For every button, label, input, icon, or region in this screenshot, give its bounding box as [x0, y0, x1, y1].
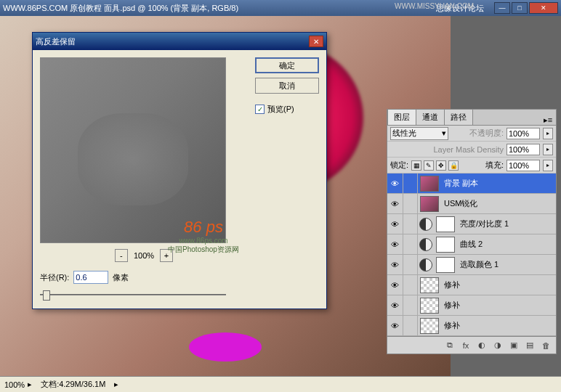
opacity-label: 不透明度:	[469, 128, 504, 139]
chevron-right-icon[interactable]: ▸	[114, 380, 118, 389]
layer-name-label[interactable]: 亮度/对比度 1	[457, 219, 556, 229]
adjustment-icon	[419, 218, 432, 231]
layer-mask-thumb[interactable]	[436, 257, 455, 273]
tab-layers[interactable]: 图层	[387, 109, 416, 125]
layer-name-label[interactable]: 背景 副本	[441, 178, 556, 189]
document-title: WWW.86PS.COM 原创教程 面具.psd @ 100% (背景 副本, …	[3, 3, 238, 14]
opacity-flyout-icon[interactable]: ▸	[543, 128, 553, 139]
layer-name-label[interactable]: 选取颜色 1	[457, 259, 556, 270]
visibility-eye-icon[interactable]: 👁	[387, 214, 403, 234]
dialog-title-text: 高反差保留	[36, 36, 76, 47]
radius-label: 半径(R):	[40, 272, 69, 283]
layer-link-cell[interactable]	[403, 234, 418, 254]
visibility-eye-icon[interactable]: 👁	[387, 275, 403, 295]
mask-density-input[interactable]: 100%	[506, 144, 540, 155]
preview-checkbox[interactable]: ✓	[255, 105, 265, 114]
layer-link-cell[interactable]	[403, 275, 418, 295]
layer-thumb[interactable]	[420, 318, 439, 334]
window-minimize-button[interactable]: —	[494, 2, 510, 14]
high-pass-dialog: 高反差保留 ✕ - 100% + 半径(R): 像素 确定 取消	[32, 32, 327, 309]
ok-button[interactable]: 确定	[255, 57, 319, 73]
layer-name-label[interactable]: 修补	[441, 300, 556, 311]
link-layers-icon[interactable]: ⧉	[444, 340, 456, 351]
panel-menu-icon[interactable]: ▸≡	[543, 115, 553, 125]
layer-style-icon[interactable]: fx	[460, 340, 472, 351]
window-maximize-button[interactable]: □	[512, 2, 528, 14]
layer-name-label[interactable]: 修补	[441, 320, 556, 331]
tab-channels[interactable]: 通道	[416, 109, 445, 125]
layer-link-cell[interactable]	[403, 194, 418, 213]
opacity-input[interactable]: 100%	[506, 128, 540, 139]
dialog-titlebar[interactable]: 高反差保留 ✕	[33, 33, 326, 50]
layer-row[interactable]: 👁修补	[387, 275, 556, 295]
layer-row[interactable]: 👁选取颜色 1	[387, 255, 556, 275]
chevron-right-icon[interactable]: ▸	[28, 380, 32, 389]
fill-label: 填充:	[485, 160, 504, 171]
layer-thumb[interactable]	[420, 277, 439, 293]
watermark-url-top: WWW.MISSYUAN.COM	[395, 2, 474, 10]
mask-density-label: Layer Mask Density	[433, 145, 504, 154]
layers-list: 👁背景 副本👁USM锐化👁亮度/对比度 1👁曲线 2👁选取颜色 1👁修补👁修补👁…	[387, 173, 556, 336]
layer-mask-thumb[interactable]	[436, 216, 455, 232]
layer-link-cell[interactable]	[403, 295, 418, 315]
lock-all-icon[interactable]: 🔒	[448, 160, 459, 171]
layer-name-label[interactable]: USM锐化	[441, 198, 556, 209]
zoom-in-button[interactable]: +	[160, 249, 173, 262]
radius-input[interactable]	[73, 271, 108, 284]
radius-unit: 像素	[113, 272, 129, 283]
tab-paths[interactable]: 路径	[444, 109, 473, 125]
layer-link-cell[interactable]	[403, 214, 418, 234]
adjustment-icon	[419, 258, 432, 271]
delete-layer-icon[interactable]: 🗑	[540, 340, 552, 351]
mask-density-flyout-icon[interactable]: ▸	[543, 144, 553, 155]
visibility-eye-icon[interactable]: 👁	[387, 255, 403, 274]
app-titlebar: WWW.86PS.COM 原创教程 面具.psd @ 100% (背景 副本, …	[0, 0, 561, 16]
status-doc-info: 文档:4.29M/36.1M	[41, 379, 105, 390]
layer-row[interactable]: 👁曲线 2	[387, 234, 556, 255]
layer-row[interactable]: 👁USM锐化	[387, 194, 556, 214]
layer-mask-thumb[interactable]	[436, 237, 455, 253]
layer-name-label[interactable]: 修补	[441, 279, 556, 290]
layer-name-label[interactable]: 曲线 2	[457, 239, 556, 250]
adjustment-icon	[419, 238, 432, 251]
layer-thumb[interactable]	[420, 298, 439, 314]
fill-input[interactable]: 100%	[506, 160, 540, 171]
chevron-down-icon: ▾	[442, 128, 446, 138]
new-layer-icon[interactable]: ▤	[524, 340, 536, 351]
lock-pixels-icon[interactable]: ✎	[424, 160, 434, 171]
status-zoom[interactable]: 100%	[4, 380, 25, 389]
layer-link-cell[interactable]	[403, 255, 418, 274]
status-bar: 100%▸ 文档:4.29M/36.1M ▸	[0, 376, 561, 392]
radius-slider[interactable]	[40, 288, 226, 301]
slider-thumb[interactable]	[43, 290, 50, 301]
filter-preview-image[interactable]	[40, 57, 226, 243]
blend-mode-select[interactable]: 线性光▾	[390, 127, 448, 140]
dialog-close-button[interactable]: ✕	[309, 36, 323, 47]
layer-row[interactable]: 👁修补	[387, 295, 556, 316]
adjustment-layer-icon[interactable]: ◑	[492, 340, 504, 351]
preview-checkbox-label: 预览(P)	[267, 104, 294, 115]
layer-row[interactable]: 👁修补	[387, 316, 556, 336]
visibility-eye-icon[interactable]: 👁	[387, 295, 403, 315]
window-close-button[interactable]: ✕	[529, 2, 558, 14]
layer-group-icon[interactable]: ▣	[508, 340, 520, 351]
layer-link-cell[interactable]	[403, 173, 418, 193]
layer-row[interactable]: 👁背景 副本	[387, 173, 556, 194]
layer-thumb[interactable]	[420, 196, 439, 212]
zoom-level: 100%	[134, 251, 154, 260]
visibility-eye-icon[interactable]: 👁	[387, 173, 403, 193]
layer-row[interactable]: 👁亮度/对比度 1	[387, 214, 556, 234]
layer-link-cell[interactable]	[403, 316, 418, 335]
lock-label: 锁定:	[390, 160, 408, 171]
lock-transparency-icon[interactable]: ▦	[411, 160, 421, 171]
layer-mask-icon[interactable]: ◐	[476, 340, 488, 351]
visibility-eye-icon[interactable]: 👁	[387, 194, 403, 213]
layer-thumb[interactable]	[420, 176, 439, 192]
visibility-eye-icon[interactable]: 👁	[387, 316, 403, 335]
fill-flyout-icon[interactable]: ▸	[543, 160, 553, 171]
layers-panel: 图层 通道 路径 ▸≡ 线性光▾ 不透明度: 100% ▸ Layer Mask…	[387, 109, 557, 354]
lock-position-icon[interactable]: ✥	[436, 160, 446, 171]
cancel-button[interactable]: 取消	[255, 78, 319, 94]
visibility-eye-icon[interactable]: 👁	[387, 234, 403, 254]
zoom-out-button[interactable]: -	[115, 249, 128, 262]
